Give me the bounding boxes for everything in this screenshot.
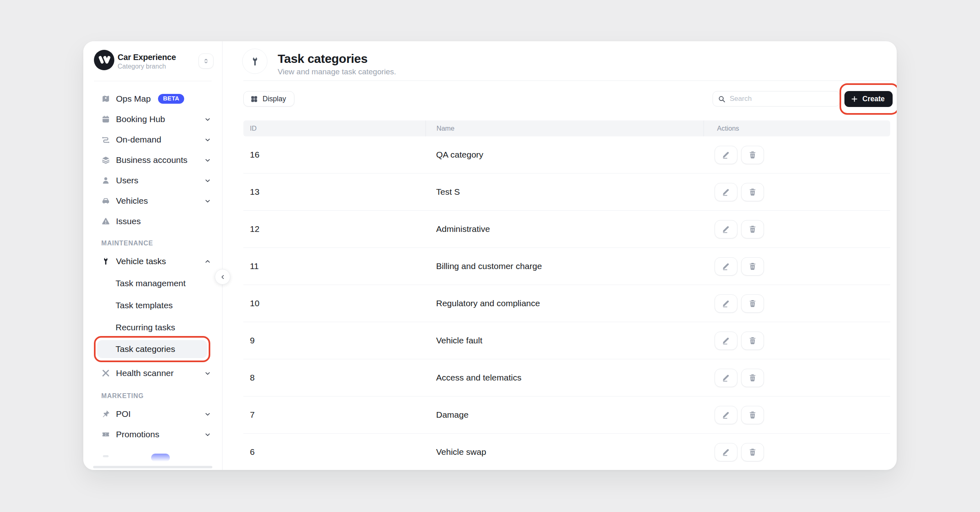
task-categories-table: ID Name Actions 16 QA category 13 Test S <box>243 120 890 470</box>
magnifier-icon <box>718 95 726 103</box>
pencil-icon <box>722 447 731 456</box>
delete-button[interactable] <box>741 406 764 424</box>
cell-name: Test S <box>425 187 704 197</box>
sidebar-item-poi[interactable]: POI <box>83 404 222 424</box>
sidebar-item-booking-hub[interactable]: Booking Hub <box>83 109 222 129</box>
trash-icon <box>748 336 757 345</box>
delete-button[interactable] <box>741 220 764 238</box>
hidden-item-blue-badge <box>151 454 170 462</box>
display-button[interactable]: Display <box>243 91 294 107</box>
edit-button[interactable] <box>715 443 737 461</box>
table-row: 16 QA category <box>243 136 890 174</box>
delete-button[interactable] <box>741 257 764 276</box>
sidebar-item-issues[interactable]: Issues <box>83 211 222 232</box>
sidebar-horizontal-scrollbar[interactable] <box>93 466 212 468</box>
edit-button[interactable] <box>715 183 737 201</box>
wrench-icon <box>249 56 261 67</box>
hidden-item-icon <box>103 455 109 457</box>
sidebar-nav: Ops Map BETA Booking Hub On-demand Busin… <box>83 81 222 470</box>
delete-button[interactable] <box>741 332 764 350</box>
sidebar-item-promotions[interactable]: Promotions <box>83 424 222 445</box>
chevron-down-icon <box>204 116 212 123</box>
unfold-chevrons-icon <box>202 57 210 65</box>
delete-button[interactable] <box>741 183 764 201</box>
pencil-icon <box>722 373 731 382</box>
cell-name: Regulatory and compliance <box>425 298 704 308</box>
sidebar-item-business-accounts[interactable]: Business accounts <box>83 150 222 170</box>
app-window: Car Experience Category branch Ops Map B… <box>83 41 897 470</box>
table-row: 9 Vehicle fault <box>243 322 890 359</box>
page-title: Task categories <box>278 52 368 66</box>
search-input[interactable] <box>730 95 835 103</box>
edit-button[interactable] <box>715 146 737 164</box>
cell-name: Billing and customer charge <box>425 261 704 271</box>
header-divider <box>243 80 890 81</box>
cell-name: QA category <box>425 150 704 160</box>
sidebar-item-task-categories[interactable]: Task categories <box>97 340 207 358</box>
chevron-up-icon <box>204 258 212 265</box>
pencil-icon <box>722 262 731 271</box>
table-row: 10 Regulatory and compliance <box>243 285 890 322</box>
pencil-icon <box>722 225 731 234</box>
sidebar-item-on-demand[interactable]: On-demand <box>83 129 222 150</box>
delete-button[interactable] <box>741 369 764 387</box>
pencil-icon <box>722 150 731 159</box>
cell-id: 13 <box>243 187 425 197</box>
edit-button[interactable] <box>715 257 737 276</box>
route-icon <box>101 135 110 144</box>
grid-icon <box>250 95 258 103</box>
sidebar-item-health-scanner[interactable]: Health scanner <box>83 363 222 383</box>
trash-icon <box>748 299 757 308</box>
cell-name: Vehicle swap <box>425 447 704 457</box>
main-content: Task categories View and manage task cat… <box>223 41 897 470</box>
delete-button[interactable] <box>741 146 764 164</box>
trash-icon <box>748 373 757 382</box>
cell-name: Vehicle fault <box>425 336 704 345</box>
trash-icon <box>748 410 757 419</box>
chevron-down-icon <box>204 410 212 418</box>
trash-icon <box>748 150 757 159</box>
sidebar-item-users[interactable]: Users <box>83 170 222 191</box>
sidebar-item-ops-map[interactable]: Ops Map BETA <box>83 89 222 109</box>
workspace-subtitle: Category branch <box>118 63 166 70</box>
workspace-name: Car Experience <box>118 53 176 62</box>
edit-button[interactable] <box>715 369 737 387</box>
plus-icon <box>851 95 858 103</box>
edit-button[interactable] <box>715 332 737 350</box>
edit-button[interactable] <box>715 406 737 424</box>
edit-button[interactable] <box>715 220 737 238</box>
edit-button[interactable] <box>715 294 737 313</box>
column-header-name: Name <box>425 120 704 136</box>
layers-icon <box>101 156 110 165</box>
chevron-down-icon <box>204 370 212 377</box>
column-header-id: ID <box>243 120 425 136</box>
workspace-switcher-button[interactable] <box>198 53 214 69</box>
chevron-down-icon <box>204 136 212 144</box>
create-button[interactable]: Create <box>844 91 893 107</box>
table-row: 13 Test S <box>243 174 890 211</box>
chevron-down-icon <box>204 197 212 205</box>
sidebar-item-vehicles[interactable]: Vehicles <box>83 191 222 211</box>
sidebar-item-vehicle-tasks[interactable]: Vehicle tasks <box>83 251 222 272</box>
workspace-logo <box>94 50 114 70</box>
sidebar: Car Experience Category branch Ops Map B… <box>83 41 223 470</box>
table-row: 12 Administrative <box>243 211 890 248</box>
map-icon <box>101 94 110 103</box>
sidebar-collapse-button[interactable] <box>215 269 230 285</box>
sidebar-item-task-templates[interactable]: Task templates <box>83 295 222 316</box>
cell-id: 7 <box>243 410 425 420</box>
delete-button[interactable] <box>741 294 764 313</box>
cell-name: Damage <box>425 410 704 420</box>
chevron-down-icon <box>204 177 212 185</box>
table-header: ID Name Actions <box>243 120 890 136</box>
chevron-down-icon <box>204 431 212 439</box>
sidebar-item-recurring-tasks[interactable]: Recurring tasks <box>83 317 222 338</box>
delete-button[interactable] <box>741 443 764 461</box>
user-icon <box>101 176 110 185</box>
trash-icon <box>748 225 757 234</box>
warning-triangle-icon <box>101 217 110 226</box>
sidebar-item-task-management[interactable]: Task management <box>83 273 222 294</box>
cell-id: 6 <box>243 447 425 457</box>
trash-icon <box>748 187 757 196</box>
car-icon <box>101 196 110 205</box>
